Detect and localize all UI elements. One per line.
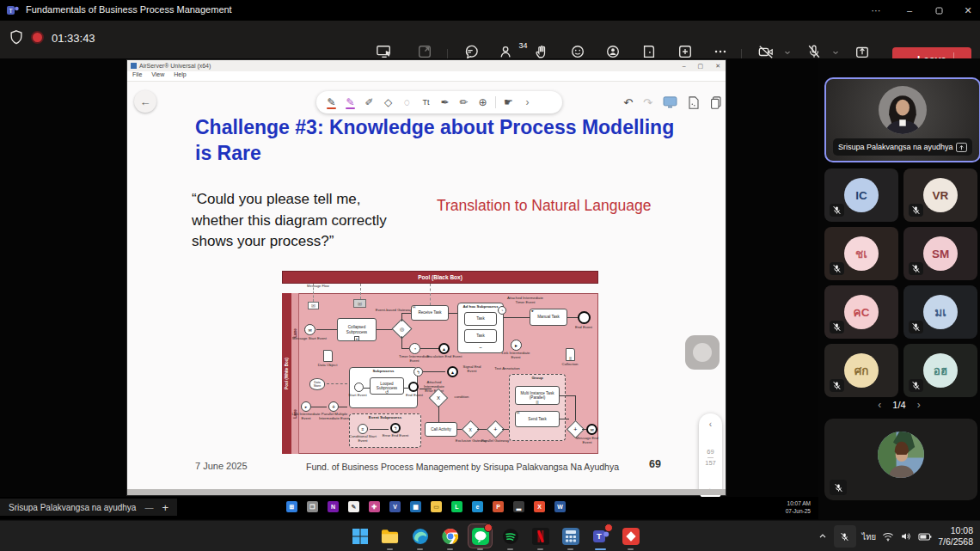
diagram-data-object: Data Object — [311, 364, 344, 368]
participant-tile[interactable]: มเ — [903, 285, 977, 339]
red-app-icon[interactable] — [619, 524, 642, 548]
powerpoint-icon[interactable]: P — [493, 501, 504, 512]
tray-chevron-up-icon[interactable] — [818, 531, 828, 542]
undo-button[interactable]: ↶ — [623, 96, 633, 109]
language-indicator[interactable]: ไทย — [862, 530, 877, 543]
presenter-name-tab[interactable]: Srisupa Palakvangsa na ayudhya — + — [0, 499, 177, 516]
menu-help[interactable]: Help — [174, 71, 186, 77]
teams-icon[interactable]: T — [589, 524, 612, 548]
record-icon — [31, 31, 44, 44]
win-close[interactable]: ✕ — [715, 63, 720, 69]
slide-highlight-text: Translation to Natural Language — [437, 197, 651, 215]
diagram-end-event: End Event — [571, 326, 597, 330]
copy-pages-button[interactable] — [710, 96, 722, 109]
participants-next-button[interactable]: › — [917, 399, 921, 411]
add-circle-tool[interactable]: ⊕ — [475, 94, 491, 111]
tab-add-icon[interactable]: + — [162, 501, 168, 514]
spotify-icon[interactable] — [499, 524, 522, 548]
menu-file[interactable]: File — [132, 71, 142, 77]
minimize-button[interactable]: – — [896, 0, 923, 21]
participants-prev-button[interactable]: ‹ — [878, 399, 881, 411]
win-minimize[interactable]: – — [683, 63, 686, 69]
participant-tile[interactable]: คC — [824, 285, 898, 339]
start-icon[interactable] — [348, 524, 371, 548]
close-button[interactable]: ✕ — [954, 0, 980, 21]
notification-badge — [604, 523, 613, 532]
xmind-icon[interactable]: X — [534, 501, 545, 512]
titlebar-more-button[interactable]: ⋯ — [862, 0, 890, 21]
visio-icon[interactable]: V — [389, 501, 401, 512]
volume-icon[interactable] — [900, 531, 912, 542]
participant-initials: VR — [923, 178, 958, 212]
sharing-icon — [956, 143, 967, 152]
lasso-tool[interactable]: ◌ — [399, 94, 415, 111]
win-maximize[interactable]: ▢ — [698, 63, 704, 69]
file-explorer-icon[interactable] — [378, 524, 401, 548]
diagram-env: ✉ — [308, 302, 319, 309]
camera-chevron-icon[interactable] — [783, 48, 792, 57]
floating-tool-button[interactable] — [685, 335, 720, 370]
laser-pointer-tool[interactable]: ✒ — [437, 94, 453, 111]
mic-off-icon — [830, 204, 844, 217]
mic-off-icon — [909, 321, 923, 334]
participant-tile[interactable]: ชเ — [824, 227, 898, 280]
notification-badge — [484, 523, 493, 532]
pen-purple-tool[interactable]: ✎ — [342, 94, 358, 111]
calculator-icon[interactable] — [559, 524, 582, 548]
tray-app-icon[interactable]: ▂ — [513, 501, 524, 512]
line-icon[interactable]: L — [451, 501, 462, 512]
edge-icon[interactable] — [408, 524, 432, 548]
snip-app-icon[interactable]: ✚ — [369, 501, 380, 512]
menu-view[interactable]: View — [151, 71, 164, 77]
participant-tile[interactable]: IC — [824, 168, 898, 222]
expand-tools[interactable]: › — [519, 94, 536, 111]
back-button[interactable]: ← — [134, 90, 156, 113]
battery-icon[interactable] — [918, 532, 932, 542]
shield-icon — [9, 29, 24, 45]
tab-minimize-icon[interactable]: — — [144, 503, 153, 512]
prev-page-button[interactable]: ‹ — [709, 419, 712, 429]
tray-mic-muted-icon[interactable] — [834, 525, 856, 548]
edge-icon[interactable]: e — [472, 501, 483, 512]
diagram-escalation-end-event: Escalation End Event — [426, 355, 462, 359]
chrome-icon[interactable] — [438, 524, 462, 548]
diagram-vl — [438, 406, 439, 422]
mic-off-icon — [909, 204, 923, 217]
redo-button[interactable]: ↷ — [643, 96, 652, 109]
line-icon[interactable] — [469, 524, 492, 548]
participant-tile[interactable]: อฮ — [903, 344, 977, 397]
self-video-tile[interactable] — [824, 419, 977, 500]
diagram-vl — [401, 313, 402, 321]
diagram-circ: ϟ — [413, 367, 423, 377]
running-indicator — [507, 548, 513, 551]
spotlight-tile[interactable]: Srisupa Palakvangsa na ayudhya — [824, 77, 980, 162]
pen-thick-tool[interactable]: ✏ — [456, 94, 472, 111]
start-icon[interactable]: ⊞ — [286, 501, 297, 512]
export-page-button[interactable] — [688, 96, 700, 109]
journal-icon[interactable]: ✎ — [348, 501, 359, 512]
eraser-tool[interactable]: ◇ — [380, 94, 396, 111]
onenote-icon[interactable]: N — [328, 501, 339, 512]
diagram-circ2: ✉ — [586, 424, 597, 435]
mic-chevron-icon[interactable] — [831, 48, 840, 57]
word-icon[interactable]: W — [554, 501, 566, 512]
task-view-icon[interactable]: ❐ — [307, 501, 318, 512]
highlighter-tool[interactable]: ✐ — [361, 94, 377, 111]
pen-red-tool[interactable]: ✎ — [323, 94, 340, 111]
running-indicator — [595, 548, 606, 551]
pop-out-icon — [417, 44, 432, 59]
blue-app-icon[interactable]: ▦ — [410, 501, 421, 512]
touch-tool[interactable]: ☛ — [500, 94, 517, 111]
netflix-icon[interactable] — [529, 524, 552, 548]
participant-tile[interactable]: SM — [903, 227, 977, 280]
taskbar-clock[interactable]: 10:08 7/6/2568 — [938, 525, 977, 548]
wifi-icon[interactable] — [882, 531, 894, 542]
text-tool[interactable]: Tt — [418, 94, 434, 111]
diagram-message-end-event: Message End Event — [574, 437, 600, 445]
display-button[interactable] — [663, 96, 677, 109]
participant-tile[interactable]: VR — [903, 168, 977, 222]
diagram-circ: ► — [511, 340, 522, 351]
maximize-button[interactable] — [925, 0, 952, 21]
file-explorer-icon[interactable]: ▭ — [431, 501, 442, 512]
participant-tile[interactable]: ศก — [824, 344, 898, 397]
